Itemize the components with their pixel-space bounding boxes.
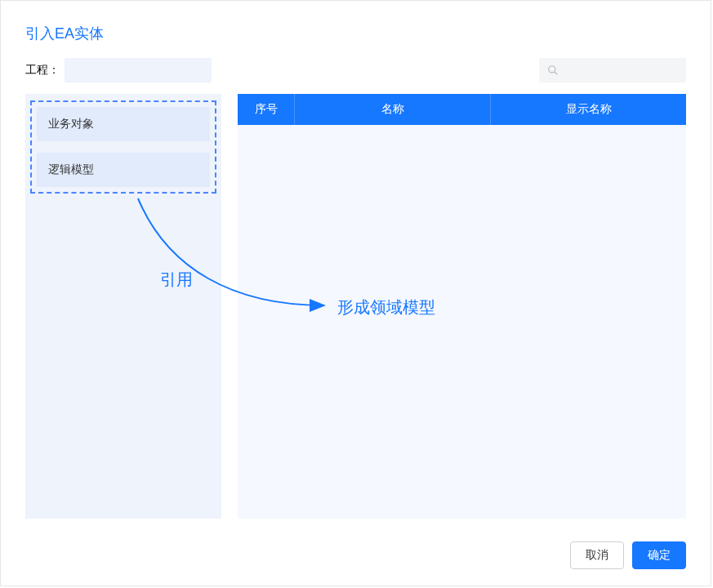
annotation-result-label: 形成领域模型: [337, 296, 435, 318]
sidebar-item-label: 业务对象: [48, 117, 94, 130]
project-field-group: 工程：: [25, 58, 212, 82]
project-input[interactable]: [65, 58, 212, 82]
dialog-title: 引入EA实体: [25, 24, 686, 43]
search-input[interactable]: [539, 58, 686, 82]
sidebar: 业务对象 逻辑模型: [25, 94, 221, 519]
svg-line-1: [555, 72, 558, 75]
confirm-button[interactable]: 确定: [632, 541, 686, 569]
sidebar-item-label: 逻辑模型: [48, 163, 94, 176]
toolbar: 工程：: [25, 58, 686, 82]
sidebar-item-logical-model[interactable]: 逻辑模型: [37, 153, 210, 187]
table-header: 序号 名称 显示名称: [238, 94, 686, 125]
main-panel: 序号 名称 显示名称: [238, 94, 686, 519]
import-ea-entity-dialog: 引入EA实体 工程： 业务对象 逻辑模型 序: [0, 0, 711, 586]
dialog-footer: 取消 确定: [570, 541, 686, 569]
search-icon: [547, 65, 559, 76]
column-header-display-name: 显示名称: [491, 94, 686, 125]
sidebar-items-group: 业务对象 逻辑模型: [30, 100, 216, 194]
cancel-button[interactable]: 取消: [570, 541, 624, 569]
project-label: 工程：: [25, 63, 60, 78]
annotation-reference-label: 引用: [160, 269, 193, 291]
svg-point-0: [549, 66, 555, 73]
column-header-name: 名称: [295, 94, 491, 125]
sidebar-item-business-object[interactable]: 业务对象: [37, 107, 210, 141]
column-header-index: 序号: [238, 94, 295, 125]
